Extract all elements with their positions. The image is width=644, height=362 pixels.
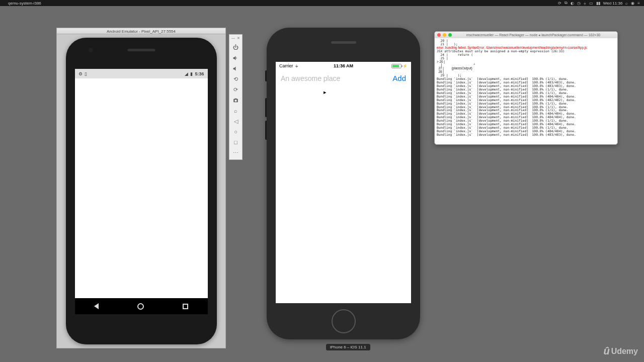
speaker-icon <box>127 49 155 51</box>
camera-button[interactable] <box>231 95 241 105</box>
overview-button[interactable]: □ <box>231 137 241 147</box>
terminal-output[interactable]: 20 | 21 | ); error: bundling failed: Syn… <box>435 38 617 138</box>
android-nav-bar <box>75 298 208 314</box>
display-icon[interactable]: ▭ <box>589 1 593 6</box>
search-icon[interactable]: ⌕ <box>625 1 628 6</box>
android-time: 5:36 <box>195 71 204 76</box>
zoom-icon[interactable] <box>448 33 452 37</box>
nav-overview-icon[interactable] <box>183 304 188 309</box>
battery-icon <box>391 64 401 68</box>
add-button[interactable]: Add <box>392 74 406 82</box>
terminal-title: mschwarzmueller — React Packager — node … <box>466 33 600 37</box>
activity-icon[interactable]: ◐ <box>571 1 574 6</box>
terminal-titlebar[interactable]: mschwarzmueller — React Packager — node … <box>435 32 617 38</box>
more-button[interactable]: ⋯ <box>231 148 241 158</box>
battery-warn-icon: ▯ <box>85 71 87 76</box>
android-emulator-window: Android Emulator - Pixel_API_27:5554 ⚙ ▯… <box>56 28 226 348</box>
mouse-cursor: ▸ <box>324 89 327 96</box>
rotate-right-button[interactable]: ⟳ <box>231 84 241 95</box>
terminal-window[interactable]: mschwarzmueller — React Packager — node … <box>434 31 618 145</box>
wifi-icon[interactable]: ⏚ <box>584 1 586 6</box>
rotate-left-button[interactable]: ⟲ <box>231 74 241 84</box>
speaker-icon <box>331 41 356 44</box>
notifications-icon[interactable]: ≡ <box>637 1 640 6</box>
udemy-logo-icon: û <box>603 345 609 357</box>
clock-icon[interactable]: ◷ <box>577 1 581 6</box>
menubar-datetime[interactable]: Wed 11:36 <box>603 1 623 6</box>
home-button[interactable]: ○ <box>231 127 241 137</box>
app-name[interactable]: qemu-system-i386 <box>8 1 41 6</box>
ios-status-bar: Carrier ⏚ 11:36 AM ⚡ <box>276 62 411 70</box>
emulator-controls: — ✕ ⏻ ⟲ ⟳ ⌕ ◁ ○ □ ⋯ <box>229 34 243 160</box>
power-button[interactable]: ⏻ <box>231 42 241 52</box>
udemy-watermark: û Udemy <box>603 345 638 357</box>
volume-up-button[interactable] <box>231 53 241 63</box>
nav-back-icon[interactable] <box>94 303 99 309</box>
camera-icon <box>89 48 93 52</box>
carrier-label: Carrier <box>279 63 293 68</box>
sync-icon[interactable]: ⟳ <box>558 1 561 6</box>
battery-icon[interactable]: ▮▮ <box>596 1 600 6</box>
signal-icon: ◢ <box>185 71 188 76</box>
minimize-icon[interactable]: — <box>231 36 235 40</box>
udemy-label: Udemy <box>611 347 638 356</box>
place-name-input[interactable] <box>281 74 388 82</box>
close-icon[interactable] <box>437 33 441 37</box>
android-window-title[interactable]: Android Emulator - Pixel_API_27:5554 <box>56 28 226 34</box>
iphone-screen[interactable]: Carrier ⏚ 11:36 AM ⚡ Add <box>276 62 411 303</box>
android-screen[interactable]: ⚙ ▯ ◢ ▮ 5:36 <box>75 69 208 314</box>
ios-time: 11:36 AM <box>334 63 353 68</box>
vol-up <box>265 98 267 117</box>
home-button[interactable] <box>332 309 356 333</box>
pixel-device-frame: ⚙ ▯ ◢ ▮ 5:36 <box>66 38 217 344</box>
nav-home-icon[interactable] <box>137 303 144 310</box>
android-status-bar: ⚙ ▯ ◢ ▮ 5:36 <box>75 69 208 78</box>
zoom-button[interactable]: ⌕ <box>231 106 241 116</box>
vol-down <box>265 121 267 140</box>
back-button[interactable]: ◁ <box>231 116 241 126</box>
close-icon[interactable]: ✕ <box>237 36 240 40</box>
charging-icon: ⚡ <box>403 64 408 68</box>
minimize-icon[interactable] <box>443 33 446 37</box>
gear-icon: ⚙ <box>78 71 83 76</box>
siri-icon[interactable]: ◉ <box>631 1 634 6</box>
iphone-device-frame: Carrier ⏚ 11:36 AM ⚡ Add <box>267 28 420 339</box>
simulator-label: iPhone 6 – iOS 11.1 <box>326 344 370 350</box>
volume-down-button[interactable] <box>231 63 241 73</box>
macos-menubar: qemu-system-i386 ⟳ ⧉ ◐ ◷ ⏚ ▭ ▮▮ Wed 11:3… <box>0 0 644 6</box>
wifi-icon: ⏚ <box>295 63 298 68</box>
mute-switch <box>265 70 267 81</box>
dropbox-icon[interactable]: ⧉ <box>565 1 568 6</box>
battery-icon: ▮ <box>190 71 193 76</box>
